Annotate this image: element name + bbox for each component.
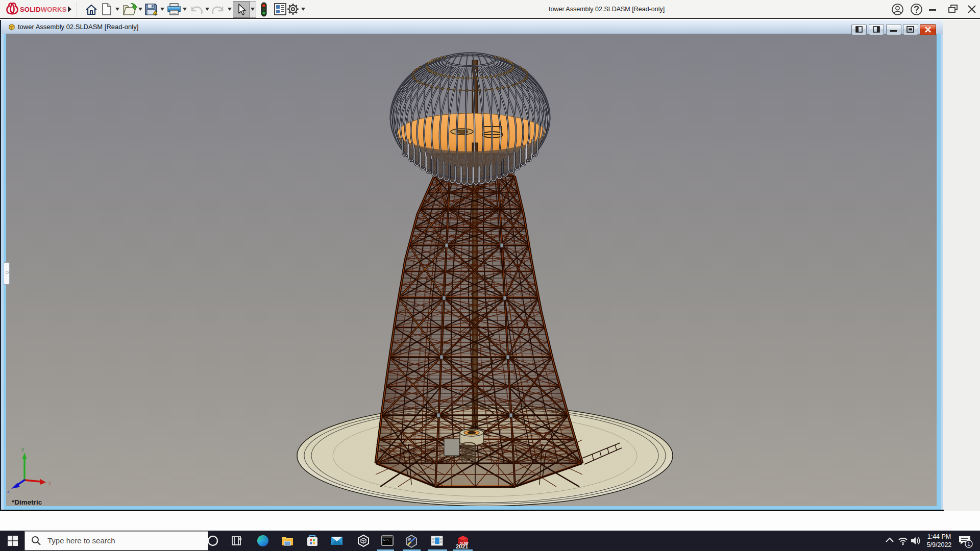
- svg-text:*Dimetric: *Dimetric: [12, 498, 42, 506]
- svg-text:z: z: [7, 488, 10, 494]
- svg-text:x: x: [48, 480, 51, 486]
- svg-text:1: 1: [967, 541, 970, 547]
- svg-text:y: y: [21, 446, 24, 452]
- svg-text:SOLIDWORKS: SOLIDWORKS: [20, 6, 67, 13]
- svg-text:!: !: [155, 13, 156, 16]
- svg-text:C:\_: C:\_: [383, 538, 391, 542]
